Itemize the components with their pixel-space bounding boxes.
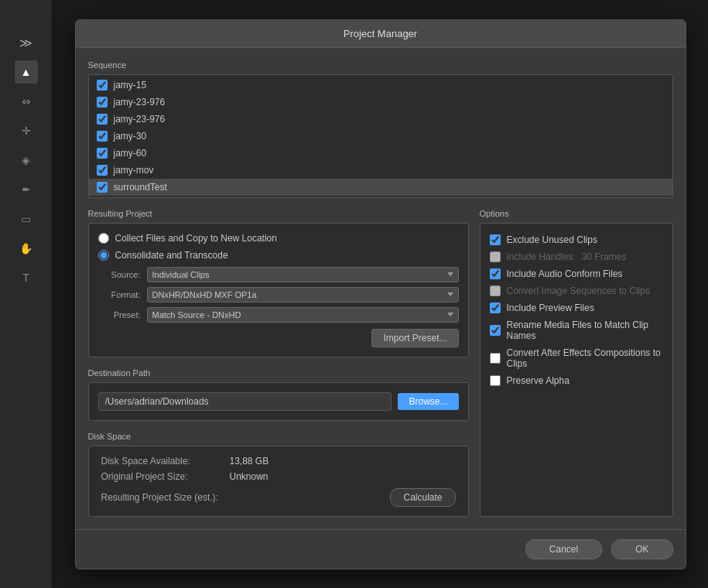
preset-row: Preset: Match Source - DNxHD <box>98 307 459 323</box>
dialog-overlay: Project Manager Sequence jamy-15 jamy-23… <box>53 0 708 588</box>
option-include-handles[interactable]: Include Handles: 30 Frames <box>490 248 663 265</box>
destination-section: Destination Path Browse... <box>88 368 469 421</box>
consolidate-radio[interactable] <box>98 250 109 261</box>
include-handles-checkbox[interactable] <box>490 251 501 262</box>
erase-tool[interactable]: ◈ <box>15 149 38 172</box>
destination-label: Destination Path <box>88 368 469 378</box>
cancel-button[interactable]: Cancel <box>525 539 602 559</box>
exclude-unused-label: Exclude Unused Clips <box>507 234 597 245</box>
sequence-checkbox-jamymov[interactable] <box>97 165 108 176</box>
option-exclude-unused[interactable]: Exclude Unused Clips <box>490 231 663 248</box>
exclude-unused-checkbox[interactable] <box>490 234 501 245</box>
sequence-checkbox-jamy23-976-1[interactable] <box>97 97 108 108</box>
sequence-name: surroundTest <box>114 182 167 193</box>
source-label: Source: <box>98 270 141 279</box>
convert-image-sequences-checkbox[interactable] <box>490 285 501 296</box>
disk-available-value: 13,88 GB <box>230 456 269 467</box>
destination-path-input[interactable] <box>98 392 392 411</box>
sequence-item[interactable]: jamy-23-976 <box>89 111 672 128</box>
sequence-name: jamy-60 <box>114 148 147 159</box>
sequence-item[interactable]: jamy-mov <box>89 162 672 179</box>
sequence-label: Sequence <box>88 60 673 70</box>
preset-label: Preset: <box>98 310 141 320</box>
sequence-list[interactable]: jamy-15 jamy-23-976 jamy-23-976 jam <box>89 75 672 197</box>
preserve-alpha-checkbox[interactable] <box>490 375 501 386</box>
sequence-item[interactable]: jamy-60 <box>89 145 672 162</box>
sequence-name: jamy-23-976 <box>114 114 166 125</box>
sequence-checkbox-jamy15[interactable] <box>97 80 108 91</box>
original-size-value: Unknown <box>230 471 268 482</box>
collect-radio-row[interactable]: Collect Files and Copy to New Location <box>98 233 459 244</box>
sequence-checkbox-surroundtest[interactable] <box>97 182 108 193</box>
rename-media-label: Rename Media Files to Match Clip Names <box>507 320 663 341</box>
include-preview-label: Include Preview Files <box>507 303 594 313</box>
include-handles-label: Include Handles: <box>507 251 576 262</box>
sidebar: ≫ ▲ ⇔ ✛ ◈ ✒ ▭ ✋ T <box>0 0 53 588</box>
option-rename-media[interactable]: Rename Media Files to Match Clip Names <box>490 316 663 344</box>
select-tool[interactable]: ▲ <box>15 60 38 84</box>
collect-radio-label: Collect Files and Copy to New Location <box>115 233 277 244</box>
ok-button[interactable]: OK <box>611 539 672 559</box>
option-include-preview[interactable]: Include Preview Files <box>490 299 663 316</box>
convert-after-effects-checkbox[interactable] <box>490 353 501 364</box>
dialog-title: Project Manager <box>344 28 417 39</box>
rename-media-checkbox[interactable] <box>490 325 501 336</box>
disk-available-label: Disk Space Available: <box>101 456 225 467</box>
calculate-button[interactable]: Calculate <box>390 488 455 507</box>
include-audio-conform-checkbox[interactable] <box>490 268 501 279</box>
sequence-item[interactable]: jamy-30 <box>89 128 672 145</box>
expand-arrows-icon[interactable]: ≫ <box>15 31 38 54</box>
rectangle-tool[interactable]: ▭ <box>15 207 38 231</box>
option-include-audio-conform[interactable]: Include Audio Conform Files <box>490 265 663 282</box>
sequence-name: jamy-15 <box>114 80 147 91</box>
destination-row: Browse... <box>98 392 459 411</box>
sequence-checkbox-jamy60[interactable] <box>97 148 108 159</box>
collect-radio[interactable] <box>98 233 109 244</box>
sequence-checkbox-jamy23-976-2[interactable] <box>97 114 108 125</box>
format-select[interactable]: DNxHR/DNxHD MXF OP1a <box>147 287 459 303</box>
sequence-item[interactable]: surroundTest <box>89 179 672 196</box>
handles-value: 30 Frames <box>582 251 626 262</box>
browse-button[interactable]: Browse... <box>398 393 458 410</box>
consolidate-radio-row[interactable]: Consolidate and Transcode <box>98 250 459 261</box>
option-convert-after-effects[interactable]: Convert After Effects Compositions to Cl… <box>490 344 663 372</box>
import-preset-button[interactable]: Import Preset... <box>371 329 458 347</box>
resulting-project-label: Resulting Project <box>88 209 469 218</box>
include-preview-checkbox[interactable] <box>490 303 501 313</box>
import-preset-container: Import Preset... <box>98 329 459 347</box>
sequence-checkbox-jamy30[interactable] <box>97 131 108 142</box>
options-panel: Exclude Unused Clips Include Handles: 30… <box>480 223 673 517</box>
include-audio-conform-label: Include Audio Conform Files <box>507 268 623 279</box>
dialog-titlebar: Project Manager <box>76 20 686 48</box>
resulting-project-section: Resulting Project Collect Files and Copy… <box>88 209 469 357</box>
left-column: Resulting Project Collect Files and Copy… <box>88 209 469 517</box>
dialog-body: Sequence jamy-15 jamy-23-976 <box>76 48 686 529</box>
option-preserve-alpha[interactable]: Preserve Alpha <box>490 372 663 389</box>
sequence-list-container: jamy-15 jamy-23-976 jamy-23-976 jam <box>88 74 673 198</box>
sequence-item[interactable]: jamy-15 <box>89 77 672 94</box>
text-tool[interactable]: T <box>15 266 38 289</box>
original-size-row: Original Project Size: Unknown <box>101 471 456 482</box>
project-manager-dialog: Project Manager Sequence jamy-15 jamy-23… <box>75 19 686 569</box>
pen-tool[interactable]: ✒ <box>15 178 38 201</box>
source-select[interactable]: Individual Clips <box>147 267 459 282</box>
sequence-name: jamy-mov <box>114 165 154 176</box>
sequence-item[interactable]: jamy-23-976 <box>89 94 672 111</box>
option-convert-image-sequences[interactable]: Convert Image Sequences to Clips <box>490 282 663 299</box>
convert-image-sequences-label: Convert Image Sequences to Clips <box>507 285 650 296</box>
convert-after-effects-label: Convert After Effects Compositions to Cl… <box>507 347 663 369</box>
move-tool[interactable]: ✛ <box>15 119 38 142</box>
disk-space-label: Disk Space <box>88 432 469 441</box>
original-size-label: Original Project Size: <box>101 471 225 482</box>
preset-select[interactable]: Match Source - DNxHD <box>147 307 459 323</box>
source-row: Source: Individual Clips <box>98 267 459 282</box>
disk-space-section: Disk Space Disk Space Available: 13,88 G… <box>88 432 469 517</box>
format-label: Format: <box>98 290 141 299</box>
ripple-tool[interactable]: ⇔ <box>15 90 38 113</box>
preserve-alpha-label: Preserve Alpha <box>507 375 569 386</box>
destination-panel: Browse... <box>88 382 469 421</box>
hand-tool[interactable]: ✋ <box>15 237 38 260</box>
consolidate-radio-label: Consolidate and Transcode <box>115 250 228 261</box>
sequence-name: jamy-23-976 <box>114 97 166 108</box>
sequence-section: Sequence jamy-15 jamy-23-976 <box>88 60 673 198</box>
